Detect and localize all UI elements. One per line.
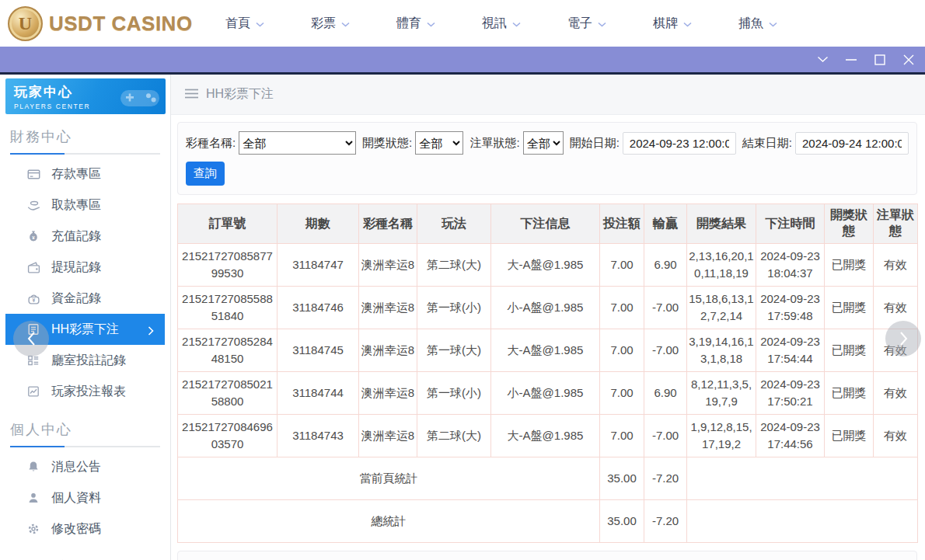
window-minimize-icon[interactable] — [844, 53, 858, 67]
nav-item-fishing[interactable]: 捕魚 — [738, 16, 777, 32]
column-header: 彩種名稱 — [359, 204, 417, 244]
panel-scroll-right-button[interactable] — [885, 321, 921, 357]
page-title: HH彩票下注 — [206, 86, 274, 103]
table-cell: 2024-09-23 17:54:44 — [756, 329, 825, 372]
summary-label: 總統計 — [178, 500, 600, 543]
nav-item-slots[interactable]: 電子 — [567, 16, 606, 32]
sidebar-item-label: 個人資料 — [51, 490, 101, 506]
nav-item-sports[interactable]: 體育 — [396, 16, 435, 32]
nav-item-label: 棋牌 — [653, 16, 678, 32]
sidebar-item-label: 取款專區 — [51, 197, 101, 214]
lottery-name-label: 彩種名稱: — [186, 136, 236, 151]
sidebar-item-change-password[interactable]: 修改密碼 — [5, 513, 165, 544]
summary-row: 總統計35.00-7.20 — [178, 500, 918, 543]
table-cell: 2024-09-23 17:59:48 — [756, 287, 825, 329]
table-cell: 8,12,11,3,5,19,7,9 — [687, 372, 756, 415]
lottery-name-select[interactable]: 全部 — [239, 131, 356, 155]
table-cell: 已開獎 — [825, 415, 874, 457]
nav-item-home[interactable]: 首頁 — [225, 16, 264, 32]
svg-text:¥: ¥ — [33, 297, 36, 302]
table-cell: -7.00 — [644, 329, 687, 372]
column-header: 下注信息 — [491, 204, 600, 244]
sidebar-item-messages[interactable]: 消息公告 — [5, 451, 165, 482]
order-status-label: 注單狀態: — [469, 136, 519, 151]
players-center-header: 玩家中心 PLAYERS CENTER — [5, 78, 166, 114]
sidebar-item-cashout-records[interactable]: 提現記錄 — [5, 252, 165, 283]
column-header: 訂單號 — [178, 204, 278, 244]
table-cell: 已開獎 — [825, 372, 874, 415]
breadcrumb: HH彩票下注 — [171, 75, 925, 115]
nav-item-label: 彩票 — [311, 16, 336, 32]
window-maximize-icon[interactable] — [873, 53, 887, 67]
sidebar-item-player-bet-report[interactable]: 玩家投注報表 — [5, 376, 165, 407]
table-cell: 2,13,16,20,10,11,18,19 — [687, 244, 756, 287]
deposit-card-icon — [27, 168, 41, 181]
table-cell: 6.90 — [644, 372, 687, 415]
table-cell: 澳洲幸运8 — [359, 287, 417, 329]
table-cell: 澳洲幸运8 — [359, 244, 417, 287]
table-cell: 已開獎 — [825, 244, 874, 287]
table-row: 215217270846960357031184743澳洲幸运8第二球(大)大-… — [178, 415, 918, 457]
table-cell: 澳洲幸运8 — [359, 372, 417, 415]
end-date-input[interactable] — [795, 132, 909, 155]
nav-item-label: 視訊 — [482, 16, 507, 32]
sidebar-item-withdraw-area[interactable]: 取款專區 — [5, 190, 165, 221]
sidebar-item-label: 消息公告 — [51, 459, 101, 475]
sidebar-item-funds-records[interactable]: ¥資金記錄 — [5, 283, 165, 314]
nav-item-label: 首頁 — [225, 16, 250, 32]
bet-report-icon — [27, 385, 41, 398]
table-cell: 31184745 — [278, 329, 359, 372]
table-cell: 7.00 — [600, 244, 644, 287]
nav-item-card-games[interactable]: 棋牌 — [653, 16, 692, 32]
order-status-select[interactable]: 全部 — [523, 131, 564, 155]
table-cell: 大-A盤@1.985 — [491, 415, 600, 457]
profile-icon — [27, 492, 41, 505]
table-cell: 2024-09-23 17:50:21 — [756, 372, 825, 415]
table-cell: 2024-09-23 17:44:56 — [756, 415, 825, 457]
main-nav: 首頁彩票體育視訊電子棋牌捕魚 — [225, 16, 777, 32]
column-header: 開獎結果 — [687, 204, 756, 244]
hamburger-menu-icon[interactable] — [185, 88, 198, 102]
sidebar-item-recharge-records[interactable]: ¥充值記錄 — [5, 221, 165, 252]
summary-win-loss: -7.20 — [644, 500, 687, 543]
nav-item-lottery[interactable]: 彩票 — [311, 16, 350, 32]
search-button[interactable]: 查詢 — [186, 162, 225, 186]
table-cell: 31184743 — [278, 415, 359, 457]
table-cell: 小-A盤@1.985 — [491, 372, 600, 415]
chevron-down-icon — [512, 16, 521, 30]
table-row: 215217270855885184031184746澳洲幸运8第一球(小)小-… — [178, 287, 918, 329]
table-cell: -7.00 — [644, 415, 687, 457]
bets-table: 訂單號期數彩種名稱玩法下注信息投注額輸贏開獎結果下注時間開獎狀態注單狀態2152… — [177, 203, 918, 543]
bell-icon — [27, 461, 41, 474]
sidebar-item-label: 玩家投注報表 — [51, 384, 126, 400]
sidebar-collapse-button[interactable] — [13, 321, 49, 357]
page-body: 彩種名稱: 全部 開獎狀態: 全部 注單狀態: 全部 開始日期: — [171, 115, 925, 560]
table-cell: 大-A盤@1.985 — [491, 244, 600, 287]
draw-status-select[interactable]: 全部 — [415, 131, 463, 155]
nav-item-label: 體育 — [396, 16, 421, 32]
table-cell: 31184744 — [278, 372, 359, 415]
summary-label: 當前頁統計 — [178, 457, 600, 500]
table-cell: 7.00 — [600, 372, 644, 415]
summary-row: 當前頁統計35.00-7.20 — [178, 457, 918, 500]
start-date-input[interactable] — [623, 132, 736, 155]
sidebar-item-label: 資金記錄 — [51, 290, 101, 307]
window-chevron-down-icon[interactable] — [815, 53, 829, 67]
table-cell: 31184747 — [278, 244, 359, 287]
table-cell: 第一球(小) — [417, 372, 491, 415]
logo-text: USDT CASINO — [49, 12, 193, 36]
table-cell: 2152172708469603570 — [178, 415, 278, 457]
section-underline — [10, 153, 160, 155]
window-close-icon[interactable] — [902, 53, 916, 67]
sidebar-item-profile[interactable]: 個人資料 — [5, 482, 165, 513]
chevron-down-icon — [598, 16, 606, 30]
sidebar-item-deposit-area[interactable]: 存款專區 — [5, 158, 165, 190]
sidebar-item-label: HH彩票下注 — [51, 322, 119, 338]
section-heading: 財務中心 — [10, 127, 170, 146]
table-cell: 有效 — [874, 372, 918, 415]
chevron-down-icon — [427, 16, 435, 30]
chevron-down-icon — [769, 16, 777, 30]
sidebar-item-label: 充值記錄 — [51, 228, 101, 245]
window-title-bar — [0, 47, 925, 75]
nav-item-live-video[interactable]: 視訊 — [482, 16, 521, 32]
